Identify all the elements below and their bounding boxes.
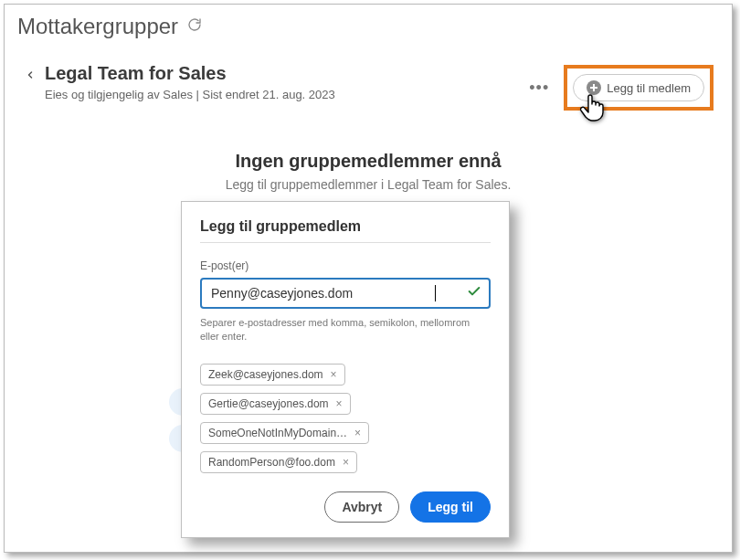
page-title-row: Mottakergrupper — [5, 5, 732, 43]
chip-remove-icon[interactable]: × — [354, 427, 361, 439]
add-member-dialog: Legg til gruppemedlem E-post(er) Penny@c… — [181, 201, 510, 538]
dialog-actions: Avbryt Legg til — [200, 491, 491, 523]
email-input[interactable]: Penny@caseyjones.dom — [211, 286, 435, 301]
group-header: Legal Team for Sales Eies og tilgjengeli… — [5, 43, 732, 118]
chip-remove-icon[interactable]: × — [331, 368, 337, 381]
cancel-button[interactable]: Avbryt — [324, 491, 399, 523]
email-helper-text: Separer e-postadresser med komma, semiko… — [200, 316, 491, 343]
empty-state-title: Ingen gruppemedlemmer ennå — [23, 151, 714, 172]
pointer-cursor-icon — [580, 94, 604, 127]
chip-remove-icon[interactable]: × — [336, 397, 343, 410]
back-button[interactable] — [23, 63, 45, 86]
empty-state: Ingen gruppemedlemmer ennå Legg til grup… — [5, 118, 732, 192]
more-actions-button[interactable]: ••• — [525, 77, 553, 100]
tutorial-highlight: Legg til medlem — [564, 65, 714, 111]
dialog-title: Legg til gruppemedlem — [200, 218, 491, 235]
check-icon — [467, 284, 481, 302]
email-chip-label: Gertie@caseyjones.dom — [208, 397, 329, 410]
email-chip[interactable]: SomeOneNotInMyDomain…× — [200, 422, 369, 444]
email-input-wrap[interactable]: Penny@caseyjones.dom — [200, 278, 491, 309]
plus-circle-icon — [587, 80, 601, 95]
email-chip[interactable]: RandomPerson@foo.dom× — [200, 451, 357, 473]
empty-state-subtitle: Legg til gruppemedlemmer i Legal Team fo… — [23, 177, 714, 192]
chip-remove-icon[interactable]: × — [343, 456, 349, 469]
add-member-label: Legg til medlem — [607, 81, 691, 95]
email-chip[interactable]: Gertie@caseyjones.dom× — [200, 393, 351, 415]
group-header-actions: ••• Legg til medlem — [525, 63, 714, 111]
text-caret — [435, 285, 436, 301]
email-field-label: E-post(er) — [200, 259, 491, 272]
dialog-separator — [200, 242, 491, 243]
email-chip-list: Zeek@caseyjones.dom×Gertie@caseyjones.do… — [200, 364, 491, 473]
email-chip-label: Zeek@caseyjones.dom — [208, 368, 323, 381]
email-chip-label: RandomPerson@foo.dom — [208, 456, 335, 469]
refresh-icon[interactable] — [187, 17, 202, 36]
group-header-main: Legal Team for Sales Eies og tilgjengeli… — [45, 63, 525, 101]
email-chip[interactable]: Zeek@caseyjones.dom× — [200, 364, 345, 386]
group-name: Legal Team for Sales — [45, 63, 525, 84]
group-meta: Eies og tilgjengelig av Sales | Sist end… — [45, 88, 525, 101]
email-chip-label: SomeOneNotInMyDomain… — [208, 427, 347, 439]
page-title: Mottakergrupper — [17, 14, 178, 39]
submit-button[interactable]: Legg til — [410, 491, 491, 523]
